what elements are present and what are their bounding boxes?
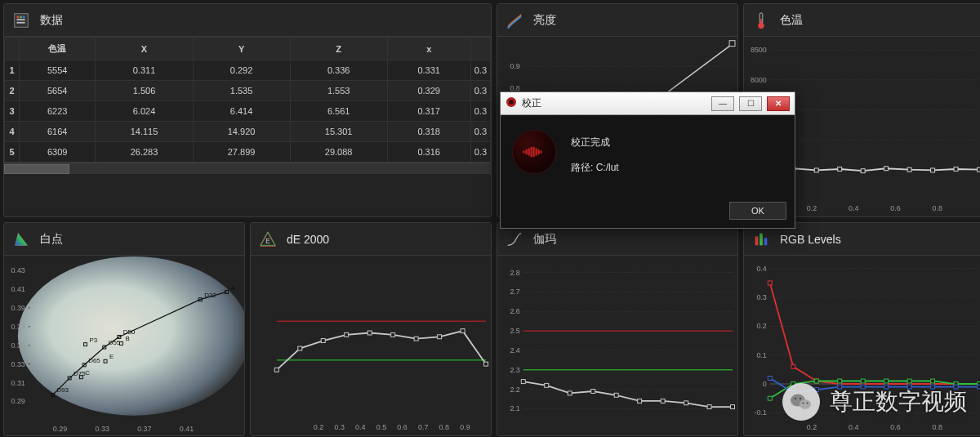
svg-text:0.37: 0.37: [137, 425, 151, 433]
svg-rect-199: [528, 149, 530, 156]
svg-text:0.2: 0.2: [314, 423, 323, 431]
panel-data: 数据 色温 X Y Z x 155540.3110.2920.3360.3310…: [3, 3, 492, 217]
svg-text:0.35: 0.35: [11, 341, 24, 350]
svg-text:E: E: [265, 237, 270, 244]
svg-text:0.33: 0.33: [95, 425, 109, 433]
svg-rect-182: [931, 379, 935, 383]
svg-text:2.2: 2.2: [510, 386, 519, 394]
svg-rect-178: [838, 379, 842, 383]
svg-rect-4: [17, 19, 25, 20]
svg-rect-136: [545, 383, 549, 387]
svg-rect-3: [23, 16, 25, 18]
gamma-chart[interactable]: 2.82.72.62.52.42.32.22.1: [497, 256, 737, 435]
svg-text:0.2: 0.2: [807, 423, 817, 431]
svg-text:0.29: 0.29: [11, 397, 24, 405]
svg-text:0.4: 0.4: [849, 423, 858, 431]
svg-text:0.43: 0.43: [11, 266, 24, 274]
svg-text:D93: D93: [56, 386, 69, 394]
svg-text:2.1: 2.1: [510, 404, 519, 412]
svg-rect-193: [954, 385, 958, 389]
svg-rect-191: [907, 385, 911, 389]
rgb-chart[interactable]: 0.40.30.20.10-0.10.20.40.60.8: [744, 256, 980, 435]
svg-text:0.3: 0.3: [756, 293, 766, 301]
data-table-hscrollbar[interactable]: [4, 163, 491, 174]
svg-text:2.8: 2.8: [510, 269, 519, 277]
svg-rect-186: [791, 390, 795, 395]
table-row[interactable]: 362236.0246.4146.5610.3170.3: [5, 101, 491, 122]
svg-rect-1: [17, 16, 20, 18]
svg-text:0.9: 0.9: [510, 62, 519, 70]
data-table[interactable]: 色温 X Y Z x 155540.3110.2920.3360.3310.32…: [4, 37, 491, 163]
svg-text:0.4: 0.4: [355, 423, 365, 431]
svg-rect-116: [484, 362, 488, 366]
svg-rect-189: [861, 385, 865, 389]
svg-text:0.2: 0.2: [807, 204, 817, 212]
svg-rect-110: [345, 332, 349, 337]
delta-e-icon: E: [259, 230, 277, 248]
svg-text:0.39: 0.39: [11, 304, 24, 312]
dialog-titlebar[interactable]: 校正 — ☐ ✕: [501, 92, 795, 115]
svg-text:A: A: [231, 284, 236, 292]
panel-de2000: E dE 2000 0.20.30.40.50.60.70.80.9: [250, 222, 492, 436]
svg-text:D65: D65: [88, 357, 100, 364]
svg-rect-194: [978, 385, 980, 389]
whitepoint-chart[interactable]: 0.430.410.390.370.350.330.310.290.290.33…: [4, 256, 244, 435]
svg-rect-187: [814, 388, 818, 392]
data-table-container: 色温 X Y Z x 155540.3110.2920.3360.3310.32…: [4, 37, 491, 216]
svg-rect-165: [768, 281, 772, 285]
svg-text:0.41: 0.41: [180, 425, 194, 433]
svg-text:2.7: 2.7: [510, 288, 519, 296]
svg-text:0: 0: [763, 380, 767, 388]
de2000-chart[interactable]: 0.20.30.40.50.60.70.80.9: [251, 256, 491, 435]
svg-rect-166: [791, 364, 795, 368]
svg-text:0.4: 0.4: [756, 265, 766, 273]
ok-button[interactable]: OK: [729, 202, 786, 220]
svg-text:C: C: [85, 369, 90, 377]
svg-text:8500: 8500: [751, 46, 767, 54]
svg-text:0.4: 0.4: [849, 204, 858, 212]
table-row[interactable]: 155540.3110.2920.3360.3310.3: [5, 60, 491, 81]
gamma-icon: [506, 230, 523, 248]
panel-data-title: 数据: [40, 13, 63, 28]
svg-rect-188: [838, 385, 842, 389]
svg-text:0.29: 0.29: [53, 425, 67, 433]
svg-rect-109: [321, 339, 325, 343]
dialog-title: 校正: [522, 96, 541, 110]
data-table-hscroll-thumb[interactable]: [4, 164, 69, 174]
svg-text:0.33: 0.33: [11, 360, 24, 368]
panel-whitepoint-title: 白点: [40, 232, 63, 247]
svg-rect-24: [760, 19, 762, 25]
panel-rgb-levels: RGB Levels 0.40.30.20.10-0.10.20.40.60.8: [743, 222, 980, 436]
panel-data-header: 数据: [4, 4, 491, 37]
svg-text:B: B: [125, 335, 129, 342]
svg-text:0.37: 0.37: [11, 323, 24, 331]
svg-rect-190: [884, 385, 889, 389]
svg-rect-2: [20, 16, 22, 18]
luminance-icon: [506, 11, 523, 29]
svg-rect-181: [907, 379, 911, 383]
table-row[interactable]: 256541.5061.5351.5530.3290.3: [5, 81, 491, 101]
svg-text:0.2: 0.2: [756, 322, 766, 330]
svg-rect-185: [768, 376, 772, 380]
svg-rect-192: [931, 385, 935, 389]
dialog-message: 校正完成: [571, 130, 619, 155]
svg-rect-41: [814, 168, 818, 172]
table-row[interactable]: 5630926.28327.89929.0880.3160.3: [5, 142, 491, 163]
svg-text:0.5: 0.5: [376, 423, 386, 431]
svg-rect-107: [274, 368, 278, 372]
close-button[interactable]: ✕: [767, 96, 790, 111]
minimize-button[interactable]: —: [711, 96, 734, 111]
panel-rgb-title: RGB Levels: [780, 233, 841, 246]
svg-rect-175: [768, 396, 772, 400]
maximize-button[interactable]: ☐: [739, 96, 762, 111]
data-icon: [12, 11, 30, 29]
dialog-logo-icon: [512, 130, 556, 174]
svg-text:8000: 8000: [751, 76, 767, 84]
svg-rect-135: [521, 380, 525, 384]
svg-text:0.7: 0.7: [418, 423, 428, 431]
svg-rect-177: [814, 379, 818, 383]
svg-rect-48: [978, 167, 980, 172]
svg-rect-115: [461, 329, 465, 333]
table-row[interactable]: 4616414.11514.92015.3010.3180.3: [5, 122, 491, 142]
svg-text:D32: D32: [204, 292, 216, 299]
